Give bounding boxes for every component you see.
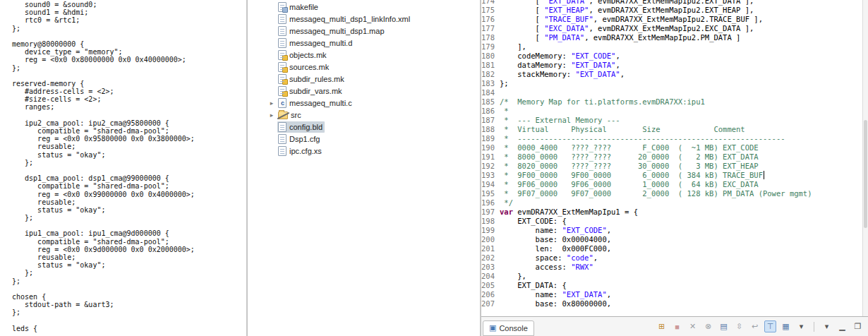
code-text: * --- External Memory --- bbox=[500, 116, 620, 125]
code-line: reg = <0x0 0x99000000 0x0 0x4000000>; bbox=[12, 191, 246, 198]
console-tab[interactable]: ▣ Console bbox=[483, 320, 534, 336]
line-number: 180 bbox=[481, 52, 500, 61]
editor-line: 194 * 9F06_0000 9F06_0000 1_0000 ( 64 kB… bbox=[481, 180, 862, 189]
line-number: 176 bbox=[481, 15, 500, 24]
tree-item-config.bld[interactable]: config.bld bbox=[248, 121, 480, 133]
tree-item-body: messageq_multi_dsp1.map bbox=[277, 25, 387, 37]
maximize-icon[interactable]: ❐ bbox=[852, 320, 864, 332]
tree-item-subdir_vars.mk[interactable]: subdir_vars.mk bbox=[248, 85, 480, 97]
line-number: 194 bbox=[481, 180, 500, 189]
tree-item-body: ipc.cfg.xs bbox=[277, 145, 324, 157]
code-text: base: 0x80000000, bbox=[500, 299, 611, 308]
editor-line: 207 base: 0x80000000, bbox=[481, 299, 862, 308]
editor-line: 175 [ "EXT_HEAP", evmDRA7XX_ExtMemMapIpu… bbox=[481, 6, 862, 15]
c-file-icon bbox=[278, 98, 287, 108]
expand-arrow-icon[interactable]: ▸ bbox=[266, 100, 277, 107]
code-line: }; bbox=[12, 269, 246, 277]
tree-item-makefile[interactable]: makefile bbox=[248, 1, 480, 13]
tree-item-subdir_rules.mk[interactable]: subdir_rules.mk bbox=[248, 73, 480, 85]
console-view-dropdown-icon[interactable]: ▾ bbox=[795, 320, 807, 332]
terminate-icon[interactable]: ■ bbox=[671, 320, 683, 332]
tree-item-label: ipc.cfg.xs bbox=[287, 147, 322, 155]
code-line: compatible = "shared-dma-pool"; bbox=[12, 182, 246, 190]
line-number: 192 bbox=[481, 162, 500, 171]
code-line: reusable; bbox=[12, 143, 246, 150]
code-line bbox=[12, 222, 246, 229]
tree-item-Dsp1.cfg[interactable]: Dsp1.cfg bbox=[248, 133, 480, 145]
display-selected-console-icon[interactable]: ▦ bbox=[780, 320, 792, 332]
code-text: [ "EXT_DATA", evmDRA7XX_ExtMemMapIpu2.EX… bbox=[500, 0, 754, 6]
code-line: compatible = "shared-dma-pool"; bbox=[12, 238, 246, 246]
tree-item-objects.mk[interactable]: objects.mk bbox=[248, 49, 480, 61]
folder-file-icon bbox=[278, 112, 288, 119]
dts-editor-content[interactable]: sound0 = &sound0; sound1 = &hdmi; rtc0 =… bbox=[0, 0, 246, 332]
tree-item-messageq_multi_dsp1_linkInfo.xml[interactable]: messageq_multi_dsp1_linkInfo.xml bbox=[248, 13, 480, 25]
code-line: sound0 = &sound0; bbox=[12, 1, 246, 8]
code-line: ipu1_cma_pool: ipu1_cma@9d000000 { bbox=[12, 229, 246, 237]
code-text: * bbox=[500, 107, 509, 116]
line-number: 205 bbox=[481, 281, 500, 290]
tree-item-label: makefile bbox=[287, 3, 318, 11]
config-editor-content[interactable]: 174 [ "EXT_DATA", evmDRA7XX_ExtMemMapIpu… bbox=[481, 0, 862, 316]
code-text: */ bbox=[500, 198, 513, 208]
line-number: 174 bbox=[481, 0, 500, 6]
tree-item-src[interactable]: ▸src bbox=[248, 109, 480, 121]
code-text: * 0000_4000 ????_???? F_C000 ( ~1 MB) EX… bbox=[500, 143, 759, 152]
code-line: #address-cells = <2>; bbox=[12, 88, 246, 95]
remove-all-launches-icon[interactable]: ⊗ bbox=[702, 320, 714, 332]
tree-item-label: messageq_multi_dsp1_linkInfo.xml bbox=[287, 15, 410, 23]
doc-file-icon bbox=[278, 38, 287, 48]
line-number: 204 bbox=[481, 272, 500, 281]
editor-line: 203 access: "RWX" bbox=[481, 263, 862, 272]
code-line: }; bbox=[12, 25, 246, 32]
editor-line: 195 * 9F07_0000 9F07_0000 2_0000 ( 128 k… bbox=[481, 189, 862, 198]
code-line: leds { bbox=[12, 325, 246, 332]
line-number: 207 bbox=[481, 299, 500, 308]
expand-arrow-icon[interactable]: ▸ bbox=[266, 112, 277, 119]
code-line: reusable; bbox=[12, 253, 246, 261]
code-text: /* Memory Map for ti.platforms.evmDRA7XX… bbox=[500, 97, 705, 107]
editor-line: 193 * 9F00_0000 9F00_0000 6_0000 ( 384 k… bbox=[481, 171, 862, 180]
tree-item-ipc.cfg.xs[interactable]: ipc.cfg.xs bbox=[248, 145, 480, 157]
code-text: EXT_CODE: { bbox=[500, 217, 567, 226]
line-number: 203 bbox=[481, 263, 500, 272]
code-line: }; bbox=[12, 64, 246, 72]
minimize-icon[interactable]: ▁ bbox=[836, 320, 848, 332]
remove-launch-icon[interactable]: ✕ bbox=[687, 320, 699, 332]
code-line: #size-cells = <2>; bbox=[12, 95, 246, 103]
tree-item-messageq_multi.c[interactable]: ▸messageq_multi.c bbox=[248, 97, 480, 109]
editor-line: 202 space: "code", bbox=[481, 253, 862, 263]
code-text: * 9F07_0000 9F07_0000 2_0000 ( 128 kB) P… bbox=[500, 189, 812, 198]
view-menu-icon[interactable]: ▾ bbox=[821, 320, 833, 332]
tree-item-messageq_multi_dsp1.map[interactable]: messageq_multi_dsp1.map bbox=[248, 25, 480, 37]
editor-line: 176 [ "TRACE_BUF", evmDRA7XX_ExtMemMapIp… bbox=[481, 15, 862, 24]
tree-item-label: objects.mk bbox=[287, 51, 327, 59]
code-text: }, bbox=[500, 272, 526, 281]
tree-item-body: messageq_multi.c bbox=[277, 97, 354, 109]
clear-console-icon[interactable]: ▤ bbox=[718, 320, 730, 332]
pin-console-icon[interactable]: ⊤ bbox=[764, 320, 776, 332]
scroll-lock-icon[interactable]: ⇳ bbox=[733, 320, 745, 332]
tree-item-messageq_multi.d[interactable]: messageq_multi.d bbox=[248, 37, 480, 49]
mk-file-icon bbox=[278, 50, 287, 60]
code-line: chosen { bbox=[12, 293, 246, 301]
editor-scrollbar[interactable] bbox=[862, 0, 868, 316]
code-text: [ "PM_DATA", evmDRA7XX_ExtMemMapIpu2.PM_… bbox=[500, 33, 740, 42]
code-line bbox=[12, 317, 246, 325]
mk-file-icon bbox=[278, 62, 287, 72]
code-line: compatible = "shared-dma-pool"; bbox=[12, 127, 246, 135]
open-console-icon[interactable]: ⊞ bbox=[656, 320, 668, 332]
line-number: 187 bbox=[481, 116, 500, 125]
editor-line: 191 * 8000_0000 ????_???? 20_0000 ( 2 MB… bbox=[481, 152, 862, 162]
tree-item-label: sources.mk bbox=[287, 63, 329, 71]
scrollbar-thumb[interactable] bbox=[864, 120, 867, 227]
tree-item-sources.mk[interactable]: sources.mk bbox=[248, 61, 480, 73]
toolbar-separator bbox=[814, 322, 814, 332]
config-editor: 174 [ "EXT_DATA", evmDRA7XX_ExtMemMapIpu… bbox=[481, 0, 868, 316]
code-line bbox=[12, 285, 246, 293]
word-wrap-icon[interactable]: ↩ bbox=[749, 320, 761, 332]
editor-line: 186 * bbox=[481, 107, 862, 116]
editor-line: 205 EXT_DATA: { bbox=[481, 281, 862, 290]
code-text: ], bbox=[500, 42, 526, 52]
makefile-file-icon bbox=[278, 2, 287, 12]
